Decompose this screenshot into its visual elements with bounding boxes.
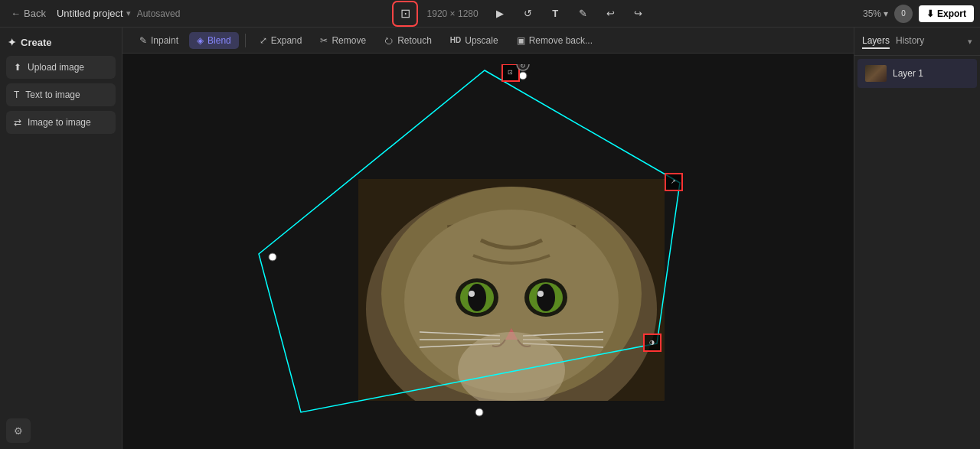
remove-label: Remove [332, 35, 366, 46]
text-to-image-button[interactable]: T Text to image [6, 83, 116, 106]
export-button[interactable]: ⬇ Export [919, 5, 974, 22]
settings-icon: ⚙ [14, 425, 23, 437]
project-dropdown-icon: ▾ [126, 8, 131, 18]
export-label: Export [937, 8, 966, 19]
retouch-button[interactable]: ⭮ Retouch [377, 32, 439, 49]
image-to-image-button[interactable]: ⇄ Image to image [6, 111, 116, 134]
panel-chevron-icon: ▾ [968, 37, 972, 47]
handle-top-icon: ⊡ [503, 65, 518, 80]
expand-button[interactable]: ⤢ Expand [252, 32, 310, 49]
remove-icon: ✂ [320, 35, 328, 46]
expand-label: Expand [271, 35, 302, 46]
strip-separator-1 [245, 34, 246, 47]
left-sidebar: ✦ Create ⬆ Upload image T Text to image … [0, 28, 122, 449]
back-button[interactable]: ← Back [6, 5, 51, 21]
user-avatar[interactable]: 0 [894, 5, 913, 23]
svg-point-27 [475, 408, 483, 416]
create-header: ✦ Create [6, 34, 116, 51]
image-to-image-icon: ⇄ [14, 117, 21, 128]
inpaint-button[interactable]: ✎ Inpaint [132, 32, 186, 49]
text-to-image-icon: T [14, 89, 19, 100]
remove-button[interactable]: ✂ Remove [312, 32, 374, 49]
right-sidebar: Layers History ▾ Layer 1 [854, 28, 980, 449]
upload-icon: ⬆ [14, 62, 21, 73]
project-name[interactable]: Untitled project ▾ [57, 8, 131, 19]
zoom-control[interactable]: 35% ▾ [863, 8, 888, 19]
canvas-area: ✎ Inpaint ◈ Blend ⤢ Expand ✂ Remove ⭮ Re… [122, 28, 854, 449]
inpaint-icon: ✎ [139, 35, 147, 46]
play-button[interactable]: ▶ [489, 3, 511, 24]
layers-tab[interactable]: Layers [862, 34, 890, 49]
svg-rect-28 [502, 64, 519, 81]
topbar-right: 35% ▾ 0 ⬇ Export [863, 5, 974, 23]
text-tool-button[interactable]: T [544, 3, 566, 24]
canvas-dimensions: 1920 × 1280 [422, 8, 483, 19]
layers-header: Layers History ▾ [854, 28, 980, 56]
zoom-value: 35% [863, 8, 881, 19]
text-to-image-label: Text to image [25, 89, 80, 100]
cat-image [358, 179, 665, 401]
transform-tool-button[interactable]: ⊡ [394, 3, 416, 24]
settings-button[interactable]: ⚙ [6, 418, 31, 443]
svg-point-14 [469, 291, 475, 297]
upload-image-button[interactable]: ⬆ Upload image [6, 56, 116, 79]
upload-label: Upload image [28, 62, 84, 73]
svg-point-15 [537, 291, 544, 297]
zoom-dropdown-icon: ▾ [884, 8, 888, 19]
export-icon: ⬇ [926, 8, 934, 19]
back-icon: ← [11, 8, 21, 19]
svg-text:↻: ↻ [520, 64, 526, 70]
remove-bg-label: Remove back... [529, 35, 593, 46]
layer-item[interactable]: Layer 1 [858, 59, 977, 88]
history-tab[interactable]: History [896, 34, 924, 49]
topbar: ← Back Untitled project ▾ Autosaved ⊡ 19… [0, 0, 980, 28]
pen-tool-button[interactable]: ✎ [572, 3, 593, 24]
layer-name: Layer 1 [893, 68, 923, 79]
transform-container: ↻ ⊡ ↗ ◑ [251, 64, 726, 439]
retouch-label: Retouch [397, 35, 432, 46]
svg-point-26 [269, 253, 276, 261]
right-panel-tabs: Layers History [862, 34, 924, 49]
back-label: Back [24, 8, 46, 19]
image-to-image-label: Image to image [28, 117, 91, 128]
expand-icon: ⤢ [260, 35, 267, 46]
upscale-button[interactable]: HD Upscale [443, 32, 506, 49]
inpaint-label: Inpaint [151, 35, 178, 46]
redo-button[interactable]: ↪ [627, 3, 648, 24]
blend-button[interactable]: ◈ Blend [189, 32, 239, 49]
retouch-icon: ⭮ [384, 35, 394, 46]
upscale-icon: HD [450, 36, 461, 44]
remove-bg-icon: ▣ [517, 35, 525, 46]
topbar-center: ⊡ 1920 × 1280 ▶ ↺ T ✎ ↩ ↪ [186, 3, 857, 24]
svg-point-31 [517, 64, 529, 70]
canvas-viewport[interactable]: ↻ ⊡ ↗ ◑ [122, 54, 854, 449]
blend-icon: ◈ [197, 35, 204, 46]
remove-background-button[interactable]: ▣ Remove back... [509, 32, 600, 49]
upscale-label: Upscale [465, 35, 498, 46]
undo-button[interactable]: ↩ [599, 3, 621, 24]
project-name-text: Untitled project [57, 8, 123, 19]
svg-point-12 [468, 284, 486, 311]
create-label: Create [21, 37, 51, 48]
svg-point-25 [519, 72, 527, 80]
layer-thumbnail [865, 65, 887, 82]
blend-label: Blend [207, 35, 231, 46]
refresh-button[interactable]: ↺ [517, 3, 538, 24]
create-icon: ✦ [8, 37, 16, 48]
autosaved-label: Autosaved [137, 8, 181, 19]
svg-rect-29 [665, 174, 682, 190]
topbar-left: ← Back Untitled project ▾ Autosaved [6, 5, 180, 21]
svg-point-13 [537, 284, 555, 311]
user-count: 0 [901, 9, 906, 18]
main-area: ✦ Create ⬆ Upload image T Text to image … [0, 28, 980, 449]
handle-right-upper-icon: ↗ [666, 174, 681, 190]
sidebar-bottom: ⚙ [6, 418, 116, 443]
toolbar-strip: ✎ Inpaint ◈ Blend ⤢ Expand ✂ Remove ⭮ Re… [122, 28, 854, 54]
